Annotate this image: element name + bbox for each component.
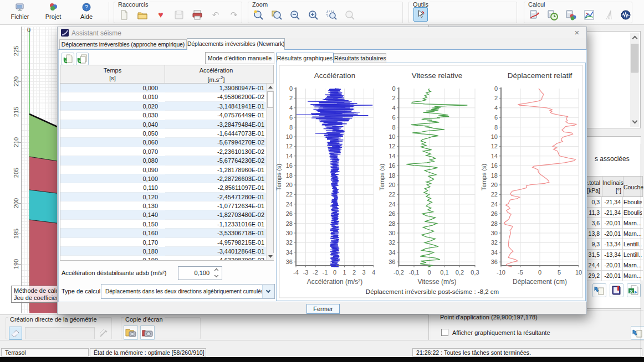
favorites-heart-icon[interactable]: ♥: [155, 9, 166, 20]
table-scroll-thumb[interactable]: [267, 91, 273, 108]
scroll-up-button[interactable]: [630, 33, 639, 42]
cell-couche: Marn...: [623, 229, 642, 239]
svg-text:10: 10: [389, 133, 395, 140]
table-row[interactable]: 0,180-3,44012864E-01: [60, 247, 267, 256]
accel-spinner[interactable]: 0,100: [178, 266, 222, 280]
calc-run-icon[interactable]: [529, 9, 540, 20]
cell-acceleration: -2,85611097E-01: [165, 183, 264, 192]
table-row[interactable]: 0,040-3,28479484E-01: [60, 120, 267, 129]
table-row[interactable]: 0,0001,39080947E-01: [60, 84, 267, 92]
calc-slope-icon[interactable]: [602, 9, 613, 20]
cell-acceleration: -1,82703480E-02: [165, 210, 264, 219]
tab-resultats-graphiques[interactable]: Résultats graphiques: [276, 53, 334, 63]
zoom-out-icon[interactable]: [289, 9, 300, 20]
mode-edition-button[interactable]: Mode d'édition manuelle: [205, 52, 274, 64]
screenshot-camera-button[interactable]: [140, 325, 155, 340]
cell-temps: 0,130: [60, 201, 158, 210]
svg-text:18: 18: [286, 172, 293, 179]
svg-text:Accélération (m/s²): Accélération (m/s²): [307, 278, 363, 286]
menu-aide[interactable]: ? Aide: [70, 2, 103, 20]
svg-text:24: 24: [389, 201, 395, 208]
svg-text:10: 10: [491, 133, 498, 140]
geometry-input[interactable]: [25, 327, 95, 339]
table-row[interactable]: 0,110-2,85611097E-01: [60, 183, 267, 192]
open-folder-icon[interactable]: [137, 9, 148, 20]
type-calcul-combo[interactable]: Déplacements dans les deux directions al…: [101, 284, 275, 299]
import-resultant-button[interactable]: [631, 326, 644, 340]
dialog-close-button[interactable]: ×: [572, 28, 582, 38]
table-row[interactable]: 0,130-1,07712634E-01: [60, 201, 267, 210]
scroll-thumb[interactable]: [631, 44, 638, 73]
cell-acceleration: -3,44012864E-01: [165, 247, 264, 256]
calc-seism-icon[interactable]: [620, 9, 631, 20]
tab-approche-empirique[interactable]: Déplacements irréversibles (approche emp…: [59, 39, 187, 49]
zoom-dynamic-icon[interactable]: [344, 9, 355, 20]
table-row[interactable]: 0,150-1,12331016E-01: [60, 220, 267, 229]
scroll-down-button[interactable]: [630, 117, 639, 127]
table-row[interactable]: 0,170-4,95798215E-01: [60, 238, 267, 247]
eraser-button[interactable]: [9, 327, 22, 340]
table-row[interactable]: 0,030-4,07576449E-01: [60, 111, 267, 120]
camera-icon: [141, 326, 154, 339]
import-blue-icon: [631, 327, 644, 339]
spinner-up-icon[interactable]: [214, 268, 218, 272]
table-row[interactable]: 0,020-3,14841941E-01: [60, 102, 267, 111]
type-calcul-label: Type de calcul: [62, 288, 100, 294]
import-clipboard-button[interactable]: [76, 53, 89, 65]
table-row[interactable]: 0,120-2,45471280E-01: [60, 193, 267, 201]
table-row[interactable]: 0,080-5,67764230E-02: [60, 156, 267, 165]
window-bottom-edge: [0, 357, 644, 362]
table-row[interactable]: 0,070-2,23610130E-02: [60, 147, 267, 156]
calc-charts-icon[interactable]: [584, 9, 595, 20]
cell-temps: 0,040: [60, 120, 158, 129]
zoom-page-icon[interactable]: [271, 9, 282, 20]
show-resultant-checkbox[interactable]: [441, 329, 448, 336]
undo-icon[interactable]: ↶: [210, 9, 221, 20]
paste-icon: [593, 284, 606, 297]
table-row[interactable]: 0,050-1,64447073E-01: [60, 129, 267, 138]
table-row[interactable]: 0,1904,63208790E-02: [60, 256, 267, 260]
menu-projet[interactable]: Projet: [37, 2, 70, 20]
table-row[interactable]: 0,160-3,53306718E-01: [60, 229, 267, 237]
new-document-icon[interactable]: [119, 9, 130, 20]
save-disk-icon[interactable]: [173, 9, 185, 20]
redo-icon[interactable]: ↷: [228, 9, 239, 20]
table-scrollbar[interactable]: [266, 84, 273, 260]
menu-fichier[interactable]: Fichier: [3, 2, 37, 20]
import-file-button[interactable]: [62, 53, 74, 65]
screenshot-folder-button[interactable]: [124, 325, 138, 340]
combo-arrow[interactable]: [262, 285, 274, 298]
tab-newmark[interactable]: Déplacements irréversibles (Newmark): [187, 38, 285, 50]
right-scrollbar[interactable]: [630, 33, 639, 127]
spinner-buttons[interactable]: [212, 267, 221, 279]
cell-temps: 0,000: [60, 84, 158, 92]
report-button[interactable]: [610, 283, 623, 297]
dialog-titlebar[interactable]: Assistant séisme ×: [58, 27, 586, 38]
tab-resultats-tabulaires[interactable]: Résultats tabulaires: [334, 53, 386, 63]
table-row[interactable]: 0,010-4,95806200E-02: [60, 92, 267, 101]
selection-tool-icon[interactable]: [413, 7, 428, 22]
spinner-down-icon[interactable]: [214, 273, 218, 277]
time-accel-rows[interactable]: 0,0001,39080947E-010,010-4,95806200E-020…: [60, 84, 267, 260]
zoom-previous-icon[interactable]: [253, 9, 264, 20]
help-icon: ?: [81, 2, 91, 12]
zoom-in-icon[interactable]: [308, 9, 319, 20]
table-row[interactable]: 0,090-1,28178960E-01: [60, 166, 267, 174]
table-scroll-up[interactable]: [267, 84, 274, 91]
cell-temps: 0,180: [60, 247, 158, 256]
cell-temps: 0,060: [60, 138, 158, 147]
svg-text:-2: -2: [313, 269, 318, 276]
table-row[interactable]: 0,100-2,28726603E-01: [60, 174, 267, 183]
table-row[interactable]: 0,140-1,82703480E-02: [60, 210, 267, 219]
print-icon[interactable]: [192, 9, 203, 20]
fermer-button[interactable]: Fermer: [306, 304, 340, 314]
calc-scheduled-icon[interactable]: [547, 9, 558, 20]
export-excel-button[interactable]: X: [627, 283, 641, 297]
zoom-window-icon[interactable]: [326, 9, 337, 20]
group-outils: Outils: [408, 2, 517, 23]
table-scroll-down[interactable]: [267, 253, 274, 260]
paste-table-button[interactable]: [592, 283, 606, 297]
calc-scenarios-icon[interactable]: [565, 9, 576, 20]
svg-text:26: 26: [491, 210, 498, 217]
table-row[interactable]: 0,060-5,67994270E-02: [60, 138, 267, 147]
